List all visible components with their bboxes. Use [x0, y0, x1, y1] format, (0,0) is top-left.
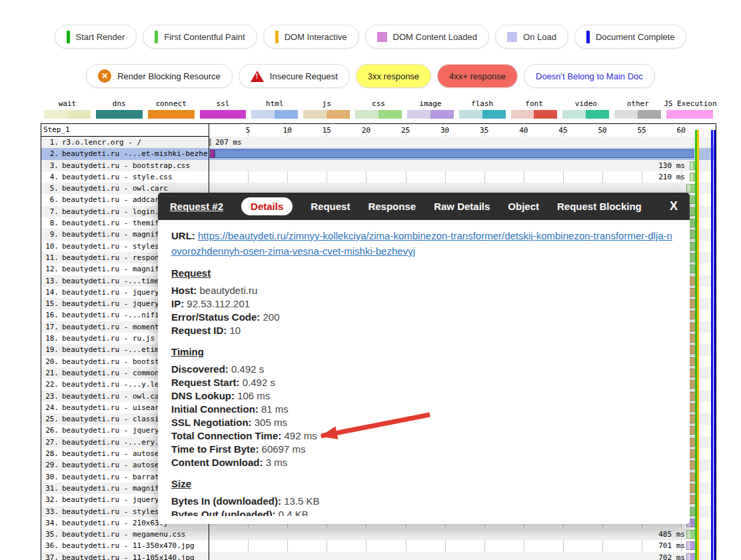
- tab-object[interactable]: Object: [508, 201, 539, 212]
- flag-pill-insecure-request[interactable]: Insecure Request: [239, 64, 350, 88]
- flag-pill-4xx-response[interactable]: 4xx+ response: [437, 64, 518, 88]
- phase-label: js: [301, 99, 353, 108]
- flag-pill-3xx-response[interactable]: 3xx response: [356, 64, 431, 88]
- request-number: 21.: [41, 369, 59, 377]
- waterfall-row-3[interactable]: 3.beautydeti.ru - bootstrap.css130 ms: [41, 160, 716, 171]
- request-label: 37.beautydeti.ru - 11-105x140.jpg: [41, 553, 208, 560]
- field-label: Bytes In (downloaded):: [171, 495, 281, 507]
- legend-pill-document-complete[interactable]: Document Complete: [574, 25, 687, 49]
- request-time-label: 210 ms: [613, 173, 685, 181]
- waterfall-row-36[interactable]: 36.beautydeti.ru - 11-350x470.jpg701 ms: [41, 540, 716, 551]
- phase-swatch-font: [511, 110, 558, 119]
- tick-label-60: 60: [668, 126, 694, 135]
- phase-swatch-ssl: [200, 110, 247, 119]
- field-label: SSL Negotiation:: [171, 417, 252, 428]
- legend-pill-label: Document Complete: [596, 32, 675, 42]
- field-label: Total Connection Time:: [171, 430, 281, 441]
- request-number: 29.: [41, 461, 59, 469]
- tab-response[interactable]: Response: [368, 201, 416, 212]
- phase-swatch-html: [251, 110, 298, 119]
- legend-pill-on-load[interactable]: On Load: [495, 25, 568, 49]
- field-label: Request ID:: [171, 325, 227, 336]
- request-time-label: 207 ms: [215, 138, 242, 147]
- request-number: 12.: [41, 265, 59, 273]
- field-label: DNS Lookup:: [171, 390, 235, 401]
- detail-field-ip: IP: 92.53.112.201: [171, 297, 676, 311]
- detail-field-initial-connection: Initial Connection: 81 ms: [171, 403, 676, 416]
- request-number: 15.: [41, 299, 59, 308]
- request-number: 25.: [41, 415, 59, 423]
- request-number: 8.: [41, 219, 59, 227]
- tab-request[interactable]: Request: [311, 201, 350, 212]
- request-number: 4.: [41, 173, 59, 181]
- waterfall-row-1[interactable]: 1.r3.o.lencr.org - /207 ms: [41, 137, 716, 148]
- legend-pill-label: First Contentful Paint: [164, 32, 245, 42]
- field-label: Request Start:: [171, 377, 240, 388]
- warning-triangle-icon: [251, 71, 264, 82]
- request-number: 37.: [41, 553, 59, 560]
- flag-pill-render-blocking-resource[interactable]: ✕Render Blocking Resource: [86, 64, 233, 88]
- field-label: Bytes Out (uploaded):: [171, 509, 276, 516]
- waterfall-row-4[interactable]: 4.beautydeti.ru - style.css210 ms: [41, 171, 716, 183]
- request-number: 14.: [41, 288, 59, 297]
- phase-flash: flash: [456, 99, 508, 119]
- phase-label: JS Execution: [664, 99, 716, 108]
- request-number: 27.: [41, 438, 59, 447]
- request-time-label: 702 ms: [613, 553, 685, 560]
- section-heading-size: Size: [171, 478, 676, 489]
- phase-wait: wait: [41, 99, 93, 119]
- request-number: 34.: [41, 519, 59, 527]
- phase-video: video: [560, 99, 612, 119]
- request-number: 13.: [41, 277, 59, 285]
- request-bar-image: [686, 553, 695, 560]
- phase-color-legend: waitdnsconnectsslhtmljscssimageflashfont…: [41, 99, 716, 119]
- popup-title[interactable]: Request #2: [170, 201, 223, 212]
- legend-pill-start-render[interactable]: Start Render: [55, 25, 137, 49]
- phase-swatch-js: [303, 110, 350, 119]
- waterfall-row-37[interactable]: 37.beautydeti.ru - 11-105x140.jpg702 ms: [41, 552, 716, 560]
- legend-pill-dom-interactive[interactable]: DOM Interactive: [263, 25, 359, 49]
- phase-label: wait: [41, 99, 93, 108]
- close-icon[interactable]: X: [670, 199, 678, 213]
- legend-pill-label: Start Render: [76, 32, 125, 42]
- tab-details-active[interactable]: Details: [241, 197, 293, 215]
- request-number: 23.: [41, 392, 59, 401]
- field-value: 0.4 KB: [276, 509, 309, 516]
- legend-pill-dom-content-loaded[interactable]: DOM Content Loaded: [365, 25, 489, 49]
- field-value: 0.492 s: [229, 363, 264, 375]
- phase-label: font: [508, 99, 560, 108]
- dom-interactive-icon: [275, 31, 279, 43]
- phase-image: image: [404, 99, 456, 119]
- request-number: 2.: [41, 149, 59, 158]
- phase-dns: dns: [93, 99, 145, 119]
- legend-pill-first-contentful-paint[interactable]: First Contentful Paint: [143, 25, 257, 49]
- field-value: 92.53.112.201: [184, 298, 250, 309]
- request-time-label: 485 ms: [613, 530, 685, 539]
- url-label: URL:: [171, 230, 195, 241]
- tick-label-15: 15: [313, 126, 340, 135]
- request-url-link[interactable]: https://beautydeti.ru/zimnyy-kollekciya/…: [171, 230, 672, 257]
- field-label: Time to First Byte:: [171, 443, 259, 455]
- phase-swatch-css: [355, 110, 402, 119]
- field-label: IP:: [171, 298, 184, 309]
- waterfall-row-35[interactable]: 35.beautydeti.ru - megamenu.css485 ms: [41, 529, 716, 540]
- waterfall-row-2[interactable]: 2.beautydeti.ru -...et-mishki-bezhevyj: [41, 148, 716, 159]
- field-value: 305 ms: [252, 417, 287, 428]
- request-bar-sliver: [209, 139, 211, 146]
- tick-label-50: 50: [589, 126, 616, 135]
- document-complete-line: [714, 130, 716, 560]
- tick-label-40: 40: [510, 126, 537, 135]
- popup-header: Request #2 Details Request Response Raw …: [158, 193, 690, 220]
- flag-pill-label: Doesn't Belong to Main Doc: [536, 71, 643, 81]
- field-value: 492 ms: [281, 430, 317, 441]
- tab-raw-details[interactable]: Raw Details: [434, 201, 490, 212]
- tick-label-25: 25: [392, 126, 419, 135]
- request-number: 35.: [41, 530, 59, 539]
- detail-field-request-id: Request ID: 10: [171, 324, 676, 337]
- first-contentful-paint-icon: [155, 31, 158, 43]
- phase-swatch-dns: [96, 110, 143, 119]
- document-complete-icon: [586, 31, 590, 43]
- tab-request-blocking[interactable]: Request Blocking: [557, 201, 642, 212]
- phase-font: font: [508, 99, 560, 119]
- flag-pill-doesn-t-belong-to-main-doc[interactable]: Doesn't Belong to Main Doc: [524, 64, 655, 88]
